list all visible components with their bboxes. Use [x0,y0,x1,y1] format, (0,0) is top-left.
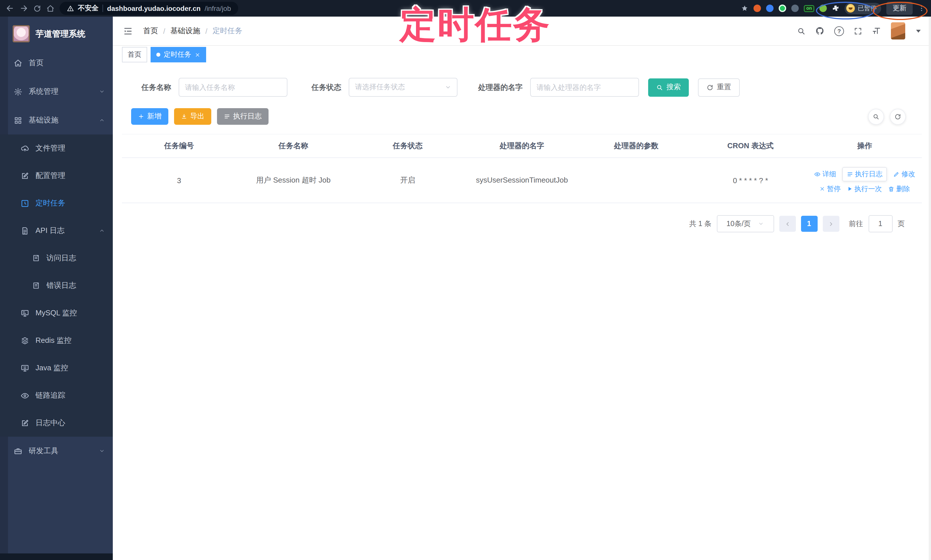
chevron-up-icon [99,228,105,234]
add-button-label: 新增 [147,112,162,122]
search-icon[interactable] [797,27,806,35]
leaf-extension-icon[interactable] [819,5,827,12]
sidebar-item-dev-tools[interactable]: 研发工具 [0,437,113,465]
fullscreen-icon[interactable] [854,27,862,35]
row-exec-log-link[interactable]: 执行日志 [843,167,887,181]
browser-back-icon[interactable] [6,4,14,12]
pagination: 共 1 条 10条/页 1 前往 页 [122,215,905,232]
breadcrumb-item-infrastructure[interactable]: 基础设施 [170,26,200,36]
extension-icon[interactable] [754,5,761,12]
tab-home[interactable]: 首页 [122,47,147,62]
sidebar-item-config-management[interactable]: 配置管理 [0,162,113,189]
github-icon[interactable] [815,26,825,35]
tab-scheduled-jobs[interactable]: 定时任务 [151,47,206,62]
play-icon [847,186,853,192]
extension-icon[interactable] [779,5,786,12]
page-size-select[interactable]: 10条/页 [717,215,774,232]
browser-home-icon[interactable] [46,4,54,12]
sidebar-item-system-management[interactable]: 系统管理 [0,77,113,106]
url-path: /infra/job [205,4,231,12]
sidebar-item-java-monitor[interactable]: Java 监控 [0,354,113,382]
row-actions-line1: 详细 执行日志 修改 [814,167,915,181]
stack-icon [21,336,29,345]
cell-handler-name: sysUserSessionTimeoutJob [476,176,568,184]
add-button[interactable]: 新增 [131,108,168,125]
chevron-right-icon [828,221,834,227]
sidebar-item-error-logs[interactable]: 错误日志 [0,272,113,299]
browser-update-button[interactable]: 更新 [886,2,913,15]
goto-page-input[interactable] [868,215,892,232]
sidebar-item-mysql-monitor[interactable]: MySQL 监控 [0,299,113,327]
clock-icon [21,199,29,208]
next-page-button[interactable] [823,216,839,232]
current-page-button[interactable]: 1 [801,216,817,232]
sidebar-collapse-icon[interactable] [123,26,133,36]
edit-square-icon [21,418,29,427]
browser-forward-icon[interactable] [20,4,28,12]
breadcrumb: 首页 / 基础设施 / 定时任务 [143,26,242,36]
search-icon [656,84,663,91]
profile-paused-badge[interactable]: 已暂停 [845,3,881,14]
extension-icon[interactable] [766,5,774,12]
log-document-icon [32,254,40,262]
handler-name-input[interactable] [530,78,639,97]
sidebar-item-label: 系统管理 [29,86,59,97]
font-size-icon[interactable] [872,26,881,35]
detail-link[interactable]: 详细 [814,169,836,179]
sidebar-item-file-management[interactable]: 文件管理 [0,134,113,162]
edit-link[interactable]: 修改 [894,169,915,179]
page-scrollbar[interactable] [929,17,931,560]
trash-icon [888,186,895,192]
log-document-icon [21,226,29,235]
run-once-link[interactable]: 执行一次 [847,184,882,194]
refresh-icon-button[interactable] [890,108,906,125]
column-header: 处理器的参数 [579,141,694,151]
table-toolbar: 新增 导出 执行日志 [131,108,922,125]
column-header: 任务名称 [236,141,350,151]
address-divider [102,5,103,12]
export-button-label: 导出 [190,112,204,122]
exec-log-button[interactable]: 执行日志 [217,108,268,125]
sidebar-item-api-logs[interactable]: API 日志 [0,217,113,245]
column-header: 任务编号 [122,141,236,151]
chevron-down-icon [445,84,451,91]
browser-menu-kebab-icon[interactable] [918,5,925,12]
pause-link[interactable]: 暂停 [820,184,841,194]
breadcrumb-item-home[interactable]: 首页 [143,26,158,36]
extension-icon[interactable] [791,5,799,12]
sidebar-item-log-center[interactable]: 日志中心 [0,409,113,437]
warning-icon [67,5,74,12]
sidebar-item-infrastructure[interactable]: 基础设施 [0,106,113,134]
sidebar-menu: 首页 系统管理 基础设施 文件管理 配置管理 [0,49,113,554]
sidebar-item-scheduled-jobs[interactable]: 定时任务 [0,189,113,217]
address-bar[interactable]: 不安全 dashboard.yudao.iocoder.cn/infra/job [60,2,239,15]
sidebar-item-label: 研发工具 [29,446,59,456]
close-icon[interactable] [195,52,200,57]
job-status-select[interactable]: 请选择任务状态 [349,78,458,97]
user-avatar[interactable] [891,22,905,40]
toggle-search-icon-button[interactable] [868,108,884,125]
job-name-input[interactable] [179,78,287,97]
prev-page-button[interactable] [779,216,795,232]
bookmark-star-icon[interactable] [741,5,748,12]
browser-refresh-icon[interactable] [33,4,41,12]
sidebar-item-label: 基础设施 [29,115,59,125]
filter-form: 任务名称 任务状态 请选择任务状态 处理器的名字 搜索 重置 [142,78,922,97]
app-logo-row[interactable]: 芋道管理系统 [0,17,113,50]
export-button[interactable]: 导出 [174,108,211,125]
extensions-puzzle-icon[interactable] [832,5,839,12]
active-tab-dot [156,53,160,57]
sidebar-item-access-logs[interactable]: 访问日志 [0,245,113,272]
on-badge-extension-icon[interactable]: on [804,5,814,12]
delete-link[interactable]: 删除 [888,184,910,194]
reset-button-label: 重置 [717,82,731,92]
sidebar-item-redis-monitor[interactable]: Redis 监控 [0,327,113,354]
chevron-down-icon [99,89,105,94]
user-menu-caret-icon[interactable] [916,29,921,32]
help-icon[interactable]: ? [834,26,844,36]
search-button[interactable]: 搜索 [648,78,689,97]
table-header-row: 任务编号 任务名称 任务状态 处理器的名字 处理器的参数 CRON 表达式 操作 [122,134,922,158]
reset-button[interactable]: 重置 [698,78,740,97]
sidebar-item-trace[interactable]: 链路追踪 [0,382,113,409]
sidebar-item-home[interactable]: 首页 [0,49,113,77]
